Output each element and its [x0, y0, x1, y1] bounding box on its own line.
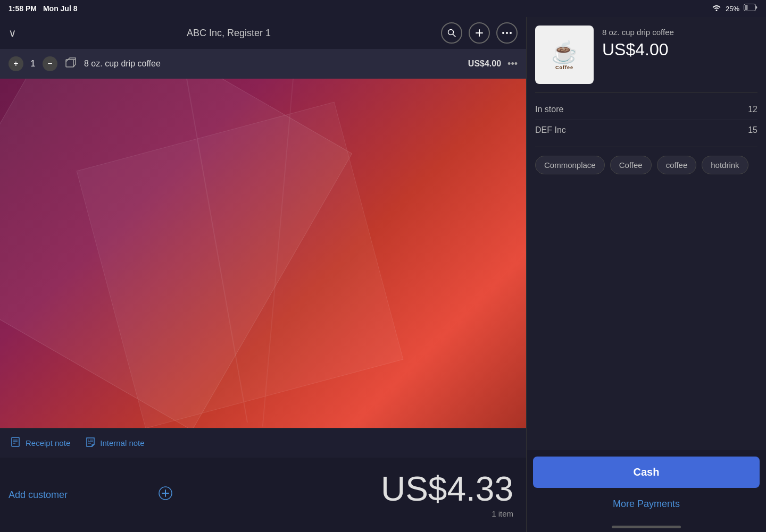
register-title: ABC Inc, Register 1	[25, 28, 432, 39]
product-header: ☕ Coffee 8 oz. cup drip coffee US$4.00	[527, 17, 766, 92]
item-price: US$4.00	[468, 59, 501, 69]
stock-label-definc: DEF Inc	[535, 125, 566, 135]
status-time: 1:58 PM	[9, 4, 37, 13]
product-info: 8 oz. cup drip coffee US$4.00	[602, 26, 757, 60]
add-customer-icon	[159, 486, 172, 503]
item-more-button[interactable]: •••	[507, 58, 518, 70]
top-bar-actions	[441, 22, 518, 44]
coffee-logo: ☕ Coffee	[551, 40, 578, 70]
right-panel: ☕ Coffee 8 oz. cup drip coffee US$4.00 I…	[527, 17, 766, 532]
receipt-note-icon	[11, 436, 21, 450]
svg-rect-1	[745, 5, 748, 10]
quantity-value: 1	[28, 59, 38, 69]
stock-section: In store 12 DEF Inc 15	[527, 93, 766, 147]
item-name: 8 oz. cup drip coffee	[84, 59, 462, 69]
wifi-icon	[712, 4, 721, 13]
coffee-logo-text: Coffee	[551, 65, 578, 70]
total-area: US$4.33 1 item	[181, 458, 526, 532]
notes-bar: Receipt note Internal note	[0, 428, 526, 458]
cash-button[interactable]: Cash	[533, 457, 760, 488]
stock-value-definc: 15	[748, 125, 757, 135]
tag-coffee-cap[interactable]: Coffee	[610, 156, 652, 174]
product-image: ☕ Coffee	[535, 26, 594, 84]
cart-item-row: + 1 − 8 oz. cup drip coffee US$4.00 •••	[0, 49, 526, 79]
quantity-increase-button[interactable]: +	[9, 56, 23, 71]
product-price-detail: US$4.00	[602, 40, 757, 60]
tags-section: Commonplace Coffee coffee hotdrink	[527, 147, 766, 183]
tag-commonplace[interactable]: Commonplace	[535, 156, 605, 174]
item-icon	[64, 55, 78, 72]
internal-note-icon	[85, 436, 96, 450]
battery-icon	[744, 4, 757, 13]
total-amount: US$4.33	[381, 472, 513, 506]
payment-section: Cash More Payments	[527, 450, 766, 521]
svg-line-3	[453, 35, 456, 37]
geo-line-1	[186, 79, 248, 423]
home-indicator	[527, 521, 766, 532]
receipt-note-button[interactable]: Receipt note	[11, 436, 70, 450]
more-button[interactable]	[496, 22, 518, 44]
battery-text: 25%	[726, 5, 739, 13]
stock-row-instore: In store 12	[535, 99, 757, 120]
add-button[interactable]	[469, 22, 490, 44]
status-icons: 25%	[712, 4, 757, 13]
stock-value-instore: 12	[748, 105, 757, 114]
geometric-overlay	[0, 79, 526, 428]
svg-point-7	[506, 32, 508, 34]
more-payments-button[interactable]: More Payments	[533, 493, 760, 515]
item-count: 1 item	[492, 509, 513, 518]
stock-label-instore: In store	[535, 105, 563, 114]
stock-row-definc: DEF Inc 15	[535, 120, 757, 140]
product-name-detail: 8 oz. cup drip coffee	[602, 28, 757, 37]
add-customer-area[interactable]: Add customer	[0, 458, 181, 532]
top-bar: ∨ ABC Inc, Register 1	[0, 17, 526, 49]
svg-point-6	[502, 32, 504, 34]
status-date: Mon Jul 8	[43, 4, 78, 13]
receipt-note-label: Receipt note	[26, 438, 70, 447]
search-button[interactable]	[441, 22, 462, 44]
add-customer-label: Add customer	[9, 489, 68, 501]
status-bar: 1:58 PM Mon Jul 8 25%	[0, 0, 766, 17]
tag-hotdrink[interactable]: hotdrink	[702, 156, 748, 174]
tag-coffee[interactable]: coffee	[657, 156, 697, 174]
bottom-footer: Add customer US$4.33 1 item	[0, 458, 526, 532]
dropdown-arrow[interactable]: ∨	[9, 27, 16, 39]
quantity-control: + 1 −	[9, 56, 57, 71]
home-bar	[612, 526, 681, 528]
geo-line-2	[262, 79, 294, 427]
internal-note-label: Internal note	[100, 438, 144, 447]
background-area	[0, 79, 526, 428]
internal-note-button[interactable]: Internal note	[85, 436, 144, 450]
quantity-decrease-button[interactable]: −	[43, 56, 57, 71]
svg-point-8	[510, 32, 512, 34]
left-panel: ∨ ABC Inc, Register 1	[0, 17, 527, 532]
product-detail: ☕ Coffee 8 oz. cup drip coffee US$4.00 I…	[527, 17, 766, 450]
